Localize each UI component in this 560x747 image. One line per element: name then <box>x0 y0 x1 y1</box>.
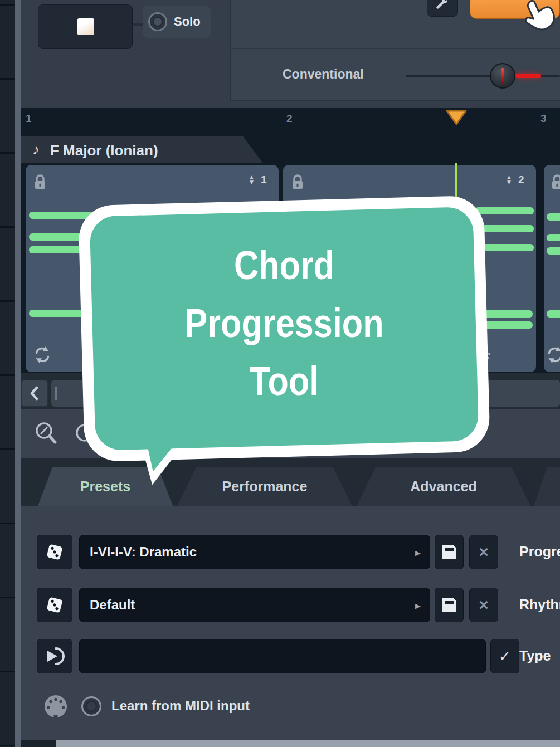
repeat-icon[interactable] <box>545 345 560 364</box>
scale-name: F Major (Ionian) <box>50 142 158 159</box>
stop-button[interactable] <box>38 4 133 49</box>
randomize-rhythm-button[interactable] <box>37 588 72 622</box>
dropdown-arrow-icon: ▶ <box>415 549 421 557</box>
type-input[interactable] <box>79 639 486 673</box>
tab-label: Advanced <box>410 479 476 495</box>
note-bar <box>547 234 560 241</box>
wrench-icon <box>427 0 457 16</box>
style-slider-knob[interactable] <box>490 63 515 89</box>
bubble-line: Tool <box>112 352 457 410</box>
connector-line <box>133 23 143 26</box>
rhythm-select[interactable]: Default ▶ <box>79 588 430 622</box>
tab-label: Performance <box>222 479 308 495</box>
note-bar <box>547 213 560 221</box>
confirm-type-button[interactable]: ✓ <box>490 639 519 673</box>
rhythm-label: Rhythm <box>519 597 560 613</box>
repeat-count: 1 <box>261 174 267 186</box>
solo-toggle[interactable]: Solo <box>143 6 211 38</box>
hand-cursor-icon <box>517 0 560 36</box>
learn-midi-label: Learn from MIDI input <box>111 698 250 714</box>
progression-select[interactable]: I-VI-I-V: Dramatic ▶ <box>79 535 430 569</box>
tab-advanced[interactable]: Advanced <box>357 467 530 506</box>
back-chevron-icon <box>22 380 47 406</box>
solo-radio[interactable] <box>148 12 167 31</box>
bubble-title: Chord Progression Tool <box>81 236 487 410</box>
chord-progression-tool-window: Solo Conventional 1 2 3 ♪ F Major (Ionia… <box>0 0 560 747</box>
stop-square-icon <box>77 18 94 35</box>
scrollbar-tick <box>55 387 57 400</box>
clear-progression-button[interactable]: × <box>469 535 498 569</box>
recall-arrow-icon <box>45 646 65 666</box>
lock-icon[interactable] <box>33 174 47 191</box>
note-icon: ♪ <box>32 141 40 158</box>
randomize-progression-button[interactable] <box>37 535 72 569</box>
playhead-marker-icon[interactable] <box>446 110 467 125</box>
bottom-scrollbar[interactable] <box>56 740 560 747</box>
dice-icon <box>43 594 66 616</box>
save-floppy-icon <box>441 597 457 613</box>
lock-icon[interactable] <box>291 174 304 191</box>
recall-type-button[interactable] <box>37 639 72 673</box>
tab-performance[interactable]: Performance <box>177 467 352 506</box>
learn-midi-radio[interactable] <box>81 696 101 716</box>
style-slider-label: Conventional <box>283 67 364 82</box>
tab-label: Presets <box>80 479 130 495</box>
midi-din-icon <box>43 694 68 719</box>
note-bar <box>547 247 560 255</box>
repeat-icon[interactable] <box>32 345 52 364</box>
lock-icon[interactable] <box>551 174 560 191</box>
repeat-spinner[interactable]: ▲▼ <box>507 175 511 185</box>
timeline-marker: 3 <box>540 113 547 125</box>
piano-strip-edge <box>15 0 21 747</box>
timeline-marker: 2 <box>286 113 293 125</box>
note-bar <box>547 310 560 318</box>
clear-icon: × <box>479 597 489 613</box>
bubble-line: Progression <box>112 294 457 352</box>
rhythm-value: Default <box>90 597 135 613</box>
note-bar <box>475 207 534 214</box>
dropdown-arrow-icon: ▶ <box>415 602 421 610</box>
dice-icon <box>43 541 66 563</box>
chord-block-3[interactable] <box>544 165 560 372</box>
type-label: Type <box>519 648 551 664</box>
timeline-marker: 1 <box>26 113 32 125</box>
progression-label: Progression <box>519 544 560 560</box>
save-floppy-icon <box>441 544 457 560</box>
clear-icon: × <box>479 544 489 560</box>
piano-keys-strip <box>0 0 15 747</box>
save-rhythm-button[interactable] <box>435 588 464 622</box>
progression-value: I-VI-I-V: Dramatic <box>90 544 197 560</box>
scroll-left-button[interactable] <box>21 380 48 407</box>
scale-tab[interactable]: ♪ F Major (Ionian) <box>21 136 263 163</box>
clear-rhythm-button[interactable]: × <box>469 588 498 622</box>
zoom-magnifier-icon[interactable] <box>33 420 59 448</box>
save-progression-button[interactable] <box>435 535 464 569</box>
bottom-scrollbar-gutter <box>21 740 56 747</box>
repeat-count: 2 <box>518 174 524 186</box>
bubble-tail-fill <box>133 430 202 493</box>
style-slider-red-segment <box>515 74 541 78</box>
solo-label: Solo <box>174 14 201 29</box>
settings-wrench-button[interactable] <box>427 0 458 17</box>
repeat-spinner[interactable]: ▲▼ <box>250 175 254 185</box>
bubble-line: Chord <box>112 236 457 294</box>
check-icon: ✓ <box>499 648 511 665</box>
